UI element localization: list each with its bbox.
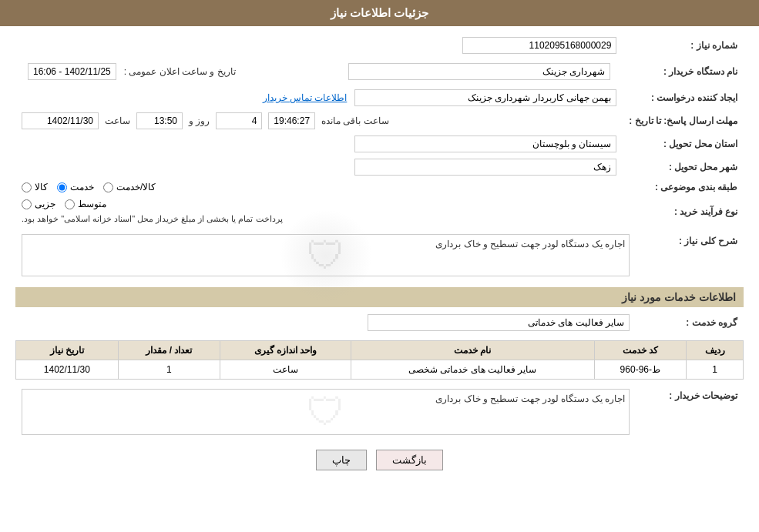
cell-unit: ساعت xyxy=(220,360,351,380)
creator-label: ایجاد کننده درخواست : xyxy=(623,86,744,109)
announcement-time-label: تاریخ و ساعت اعلان عمومی : xyxy=(124,66,236,77)
province-value: سیستان و بلوچستان xyxy=(354,136,616,152)
deadline-time: 13:50 xyxy=(136,112,183,129)
col-quantity: تعداد / مقدار xyxy=(118,341,220,360)
request-number-label: شماره نیاز : xyxy=(623,34,744,57)
cell-service-code: ط-96-960 xyxy=(594,360,686,380)
cell-row-num: 1 xyxy=(687,360,744,380)
table-row: 1 ط-96-960 سایر فعالیت های خدماتی شخصی س… xyxy=(16,360,744,380)
cell-service-name: سایر فعالیت های خدماتی شخصی xyxy=(351,360,595,380)
deadline-days: 4 xyxy=(216,112,262,129)
button-row: بازگشت چاپ xyxy=(15,450,744,470)
col-service-name: نام خدمت xyxy=(351,341,595,360)
page-title: جزئیات اطلاعات نیاز xyxy=(331,6,428,19)
col-unit: واحد اندازه گیری xyxy=(220,341,351,360)
buyer-org-label: نام دستگاه خریدار : xyxy=(623,57,744,86)
process-label: نوع فرآیند خرید : xyxy=(623,196,744,227)
deadline-date: 1402/11/30 xyxy=(22,112,99,129)
back-button[interactable]: بازگشت xyxy=(376,450,443,470)
city-label: شهر محل تحویل : xyxy=(623,156,744,179)
services-table: ردیف کد خدمت نام خدمت واحد اندازه گیری ت… xyxy=(15,340,744,380)
buyer-desc-label: توضیحات خریدار : xyxy=(636,386,744,438)
deadline-remaining-label: ساعت باقی مانده xyxy=(321,115,389,126)
process-note: پرداخت تمام یا بخشی از مبلغ خریداز محل "… xyxy=(22,214,283,223)
deadline-label: مهلت ارسال پاسخ: تا تاریخ : xyxy=(623,109,744,132)
process-motavasset-radio[interactable]: متوسط xyxy=(65,199,106,209)
category-khedmat-radio[interactable]: خدمت xyxy=(57,182,94,192)
deadline-days-label: روز و xyxy=(189,115,210,126)
province-label: استان محل تحویل : xyxy=(623,132,744,156)
deadline-time-label: ساعت xyxy=(105,115,130,126)
service-group-value: سایر فعالیت های خدماتی xyxy=(368,314,630,331)
description-value: اجاره یک دستگاه لودر جهت تسطیح و خاک برد… xyxy=(435,239,625,249)
request-number-value: 1102095168000029 xyxy=(462,37,616,54)
process-jozi-radio[interactable]: جزیی xyxy=(22,199,55,209)
services-section-title: اطلاعات خدمات مورد نیاز xyxy=(15,287,744,307)
description-label: شرح کلی نیاز : xyxy=(636,231,744,279)
contact-link[interactable]: اطلاعات تماس خریدار xyxy=(263,92,348,103)
city-value: زهک xyxy=(354,159,616,176)
deadline-remaining: 19:46:27 xyxy=(268,112,315,129)
col-service-code: کد خدمت xyxy=(594,341,686,360)
creator-value: بهمن جهانی کاربردار شهرداری جزینک xyxy=(354,89,616,106)
announcement-time-value: 1402/11/25 - 16:06 xyxy=(28,63,116,80)
category-kala-khedmat-radio[interactable]: کالا/خدمت xyxy=(103,182,156,192)
col-date: تاریخ نیاز xyxy=(16,341,119,360)
buyer-desc-value: اجاره یک دستگاه لودر جهت تسطیح و خاک برد… xyxy=(435,393,625,404)
page-header: جزئیات اطلاعات نیاز xyxy=(0,0,759,26)
buyer-org-value: شهرداری جزینک xyxy=(348,63,610,80)
print-button[interactable]: چاپ xyxy=(316,450,367,470)
cell-date: 1402/11/30 xyxy=(16,360,119,380)
category-label: طبقه بندی موضوعی : xyxy=(623,179,744,196)
service-group-label: گروه خدمت : xyxy=(636,311,744,334)
col-row-num: ردیف xyxy=(687,341,744,360)
category-kala-radio[interactable]: کالا xyxy=(22,182,48,192)
cell-quantity: 1 xyxy=(118,360,220,380)
